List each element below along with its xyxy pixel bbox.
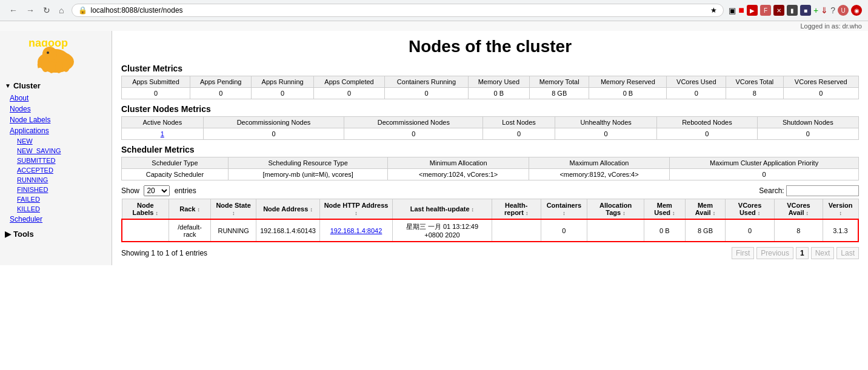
addon-icon-3: ✕	[773, 5, 784, 16]
browser-chrome: ← → ↻ ⌂ 🔒 localhost:8088/cluster/nodes ★…	[0, 0, 868, 21]
sidebar-item-submitted[interactable]: SUBMITTED	[0, 156, 112, 165]
col-memory-total: Memory Total	[530, 76, 589, 88]
sort-icon[interactable]: ↕	[198, 206, 201, 213]
page-1-button[interactable]: 1	[796, 247, 809, 259]
cell-node-labels	[122, 219, 169, 242]
sort-icon[interactable]: ↕	[563, 210, 566, 216]
th-vcores-avail: VCores Avail ↕	[775, 199, 823, 220]
val-memory-reserved: 0 B	[589, 88, 667, 99]
node-table-header-row: Node Labels ↕ Rack ↕ Node State ↕ Node A…	[122, 199, 858, 220]
cluster-metrics-row: 0 0 0 0 0 0 B 8 GB 0 B 0 8 0	[122, 88, 859, 99]
extensions-icon: ▣	[729, 6, 736, 15]
sort-icon[interactable]: ↕	[156, 210, 159, 216]
val-apps-running: 0	[252, 88, 313, 99]
sidebar-item-applications[interactable]: Applications	[0, 125, 112, 136]
back-button[interactable]: ←	[6, 4, 21, 16]
cluster-metrics-title: Cluster Metrics	[121, 64, 859, 73]
show-search-bar: Show 20 10 50 100 entries Search:	[121, 185, 859, 196]
cell-mem-avail: 8 GB	[685, 219, 725, 242]
first-button[interactable]: First	[732, 247, 754, 259]
cluster-nav-header[interactable]: ▼ Cluster	[0, 79, 112, 93]
sort-icon[interactable]: ↕	[472, 206, 475, 213]
col-memory-used: Memory Used	[468, 76, 530, 88]
val-scheduler-type: Capacity Scheduler	[122, 169, 229, 180]
sidebar-item-new-saving[interactable]: NEW_SAVING	[0, 146, 112, 156]
logged-in-status: Logged in as: dr.who	[0, 21, 868, 31]
val-shutdown-nodes: 0	[757, 128, 858, 140]
cell-last-health-update: 星期三 一月 01 13:12:49 +0800 2020	[393, 219, 492, 242]
val-vcores-used: 0	[667, 88, 726, 99]
url-text: localhost:8088/cluster/nodes	[90, 6, 707, 15]
search-input[interactable]	[786, 185, 859, 196]
cluster-arrow-icon: ▼	[5, 82, 11, 89]
col-vcores-total: VCores Total	[726, 76, 783, 88]
sort-icon[interactable]: ↕	[713, 210, 716, 216]
cell-vcores-used: 0	[726, 219, 775, 242]
th-health-report: Health-report ↕	[492, 199, 541, 220]
entries-select[interactable]: 20 10 50 100	[144, 185, 170, 196]
cluster-nodes-metrics-table: Active Nodes Decommissioning Nodes Decom…	[121, 116, 859, 140]
sort-icon[interactable]: ↕	[806, 210, 809, 216]
sort-icon[interactable]: ↕	[623, 210, 626, 216]
addon-icon-4: ▮	[787, 5, 798, 16]
previous-button[interactable]: Previous	[756, 247, 793, 259]
sidebar-item-accepted[interactable]: ACCEPTED	[0, 165, 112, 175]
col-memory-reserved: Memory Reserved	[589, 76, 667, 88]
forward-button[interactable]: →	[23, 4, 38, 16]
sidebar-item-scheduler[interactable]: Scheduler	[0, 214, 112, 225]
home-button[interactable]: ⌂	[56, 4, 67, 16]
sidebar-item-running[interactable]: RUNNING	[0, 175, 112, 185]
pagination-buttons: First Previous 1 Next Last	[732, 247, 859, 259]
sort-icon[interactable]: ↕	[232, 210, 235, 216]
sidebar-item-killed[interactable]: KILLED	[0, 204, 112, 214]
th-node-address: Node Address ↕	[256, 199, 320, 220]
col-vcores-used: VCores Used	[667, 76, 726, 88]
sort-icon[interactable]: ↕	[355, 210, 358, 216]
next-button[interactable]: Next	[811, 247, 835, 259]
addon-icon-5: ■	[800, 5, 811, 16]
node-http-link[interactable]: 192.168.1.4:8042	[330, 227, 382, 234]
th-version: Version ↕	[823, 199, 858, 220]
logo-area: hadoop	[0, 36, 112, 79]
last-button[interactable]: Last	[836, 247, 859, 259]
sidebar-item-node-labels[interactable]: Node Labels	[0, 114, 112, 125]
scheduler-metrics-row: Capacity Scheduler [memory-mb (unit=Mi),…	[122, 169, 859, 180]
val-unhealthy-nodes: 0	[555, 128, 656, 140]
cell-vcores-avail: 8	[775, 219, 823, 242]
cell-node-http-address: 192.168.1.4:8042	[319, 219, 392, 242]
cell-allocation-tags	[587, 219, 644, 242]
sidebar-item-finished[interactable]: FINISHED	[0, 185, 112, 194]
svg-text:hadoop: hadoop	[28, 41, 68, 49]
sidebar-item-nodes[interactable]: Nodes	[0, 104, 112, 114]
val-lost-nodes: 0	[483, 128, 555, 140]
browser-nav-buttons: ← → ↻ ⌂	[6, 4, 67, 16]
search-label: Search:	[759, 187, 784, 195]
sidebar-item-failed[interactable]: FAILED	[0, 194, 112, 204]
addon-icon-7: ⇓	[821, 5, 828, 15]
address-bar[interactable]: 🔒 localhost:8088/cluster/nodes ★	[72, 4, 724, 17]
search-control: Search:	[759, 185, 859, 196]
sort-icon[interactable]: ↕	[672, 210, 675, 216]
sort-icon[interactable]: ↕	[839, 210, 842, 216]
val-apps-completed: 0	[313, 88, 385, 99]
hadoop-logo: hadoop	[28, 41, 83, 74]
sort-icon[interactable]: ↕	[758, 210, 761, 216]
reload-button[interactable]: ↻	[40, 4, 53, 16]
cell-node-state: RUNNING	[211, 219, 256, 242]
th-mem-avail: Mem Avail ↕	[685, 199, 725, 220]
col-apps-completed: Apps Completed	[313, 76, 385, 88]
page-layout: hadoop ▼ Cluster About Nodes Node Labels…	[0, 31, 868, 265]
cell-mem-used: 0 B	[644, 219, 685, 242]
sidebar-item-about[interactable]: About	[0, 93, 112, 104]
th-rack: Rack ↕	[169, 199, 211, 220]
main-content: Nodes of the cluster Cluster Metrics App…	[112, 31, 868, 265]
sidebar-item-new[interactable]: NEW	[0, 136, 112, 146]
sort-icon[interactable]: ↕	[310, 206, 313, 213]
col-decommissioned-nodes: Decommissioned Nodes	[344, 117, 483, 128]
tools-nav-header[interactable]: ▶ Tools	[0, 225, 112, 241]
addon-icon-8: ?	[830, 5, 835, 15]
col-apps-submitted: Apps Submitted	[122, 76, 190, 88]
notification-icon: ◉	[851, 5, 862, 16]
sort-icon[interactable]: ↕	[526, 210, 529, 216]
active-nodes-link[interactable]: 1	[161, 130, 164, 137]
